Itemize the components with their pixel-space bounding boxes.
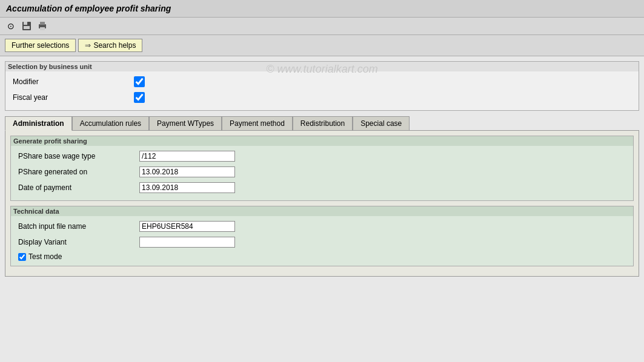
test-mode-label: Test mode [28, 252, 62, 261]
svg-rect-1 [24, 22, 27, 25]
test-mode-row: Test mode [16, 251, 628, 262]
title-bar: Accumulation of employee profit sharing [0, 0, 644, 18]
svg-rect-5 [40, 27, 45, 30]
tab-special-case[interactable]: Special case [353, 116, 410, 131]
further-selections-label: Further selections [12, 41, 69, 50]
batch-input-row: Batch input file name [16, 220, 628, 233]
fiscal-year-label: Fiscal year [13, 93, 134, 102]
svg-rect-2 [24, 26, 30, 29]
pshare-base-label: PShare base wage type [18, 152, 139, 160]
pshare-generated-row: PShare generated on [16, 165, 628, 179]
search-helps-button[interactable]: ⇒ Search helps [78, 39, 142, 52]
technical-section-title: Technical data [11, 206, 633, 216]
arrow-icon: ⇒ [85, 41, 91, 50]
fiscal-year-row: Fiscal year [10, 91, 634, 104]
pshare-generated-label: PShare generated on [18, 168, 139, 176]
further-selections-button[interactable]: Further selections [5, 39, 76, 52]
modifier-row: Modifier [10, 75, 634, 88]
tab-content-administration: Generate profit sharing PShare base wage… [5, 130, 639, 277]
tab-payment-wtypes[interactable]: Payment WTypes [149, 116, 222, 131]
print-icon[interactable] [36, 20, 48, 32]
svg-rect-4 [40, 22, 45, 25]
pshare-base-row: PShare base wage type [16, 150, 628, 163]
pshare-generated-input[interactable] [139, 166, 235, 177]
date-payment-label: Date of payment [18, 183, 139, 192]
tab-payment-method[interactable]: Payment method [222, 116, 293, 131]
toolbar: ⊙ [0, 18, 644, 35]
page-title: Accumulation of employee profit sharing [6, 4, 171, 13]
save-icon[interactable] [21, 20, 33, 32]
tab-accumulation-rules[interactable]: Accumulation rules [72, 116, 149, 131]
batch-input-label: Batch input file name [18, 222, 139, 231]
date-payment-input[interactable] [139, 182, 235, 193]
fiscal-year-checkbox[interactable] [134, 92, 145, 103]
display-variant-row: Display Variant [16, 235, 628, 249]
tab-administration[interactable]: Administration [5, 116, 72, 131]
batch-input-field[interactable] [139, 221, 235, 232]
technical-section: Technical data Batch input file name Dis… [10, 206, 634, 266]
generate-section: Generate profit sharing PShare base wage… [10, 136, 634, 201]
tab-redistribution[interactable]: Redistribution [293, 116, 353, 131]
back-icon[interactable]: ⊙ [5, 20, 17, 32]
search-helps-label: Search helps [93, 41, 136, 50]
selection-section: Selection by business unit Modifier Fisc… [5, 61, 639, 111]
tabs-container: Administration Accumulation rules Paymen… [5, 116, 639, 130]
generate-section-title: Generate profit sharing [11, 136, 633, 146]
button-bar: Further selections ⇒ Search helps [0, 35, 644, 56]
modifier-label: Modifier [13, 77, 134, 86]
display-variant-field[interactable] [139, 237, 235, 248]
selection-section-title: Selection by business unit [5, 62, 639, 71]
pshare-base-input[interactable] [139, 151, 235, 162]
display-variant-label: Display Variant [18, 238, 139, 246]
date-payment-row: Date of payment [16, 181, 628, 194]
test-mode-checkbox[interactable] [18, 253, 26, 261]
modifier-checkbox[interactable] [134, 76, 145, 87]
